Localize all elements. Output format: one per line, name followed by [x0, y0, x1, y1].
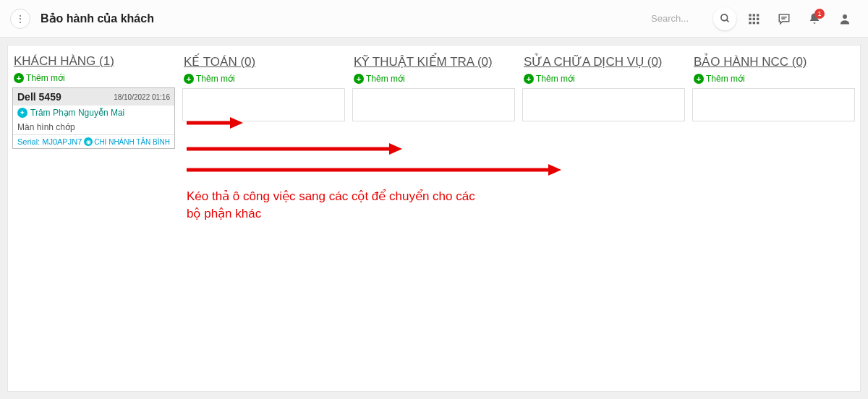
- column-title[interactable]: KỸ THUẬT KIỂM TRA (0): [352, 50, 515, 72]
- svg-rect-7: [757, 17, 759, 20]
- add-card-button[interactable]: + Thêm mới: [352, 72, 515, 88]
- svg-rect-10: [757, 22, 759, 24]
- column-title[interactable]: SỬA CHỮA DỊCH VỤ (0): [522, 50, 685, 72]
- serial-label[interactable]: Serial: MJ0APJN7: [17, 137, 82, 146]
- branch-text: CHI NHÁNH TÂN BÌNH: [94, 138, 170, 146]
- plus-icon: +: [14, 73, 24, 83]
- plus-icon: +: [524, 74, 534, 84]
- svg-rect-8: [749, 22, 751, 24]
- apps-button[interactable]: [741, 6, 767, 32]
- user-button[interactable]: [832, 6, 858, 32]
- svg-rect-2: [749, 14, 751, 16]
- notifications-button[interactable]: 1: [801, 6, 827, 32]
- annotation-text: Kéo thả ô công việc sang các cột để chuy…: [187, 188, 476, 223]
- column-dropzone[interactable]: [692, 88, 855, 121]
- column-title[interactable]: KHÁCH HÀNG (1): [12, 50, 175, 72]
- card-date: 18/10/2022 01:16: [114, 93, 170, 101]
- add-label: Thêm mới: [536, 74, 575, 84]
- menu-button[interactable]: ⋮: [10, 9, 30, 29]
- add-label: Thêm mới: [706, 74, 745, 84]
- card-description: Màn hình chớp: [13, 120, 174, 134]
- add-card-button[interactable]: + Thêm mới: [522, 72, 685, 88]
- card-header: Dell 5459 18/10/2022 01:16: [13, 88, 174, 106]
- svg-rect-5: [749, 17, 751, 20]
- add-label: Thêm mới: [366, 74, 405, 84]
- branch-label[interactable]: ◉ CHI NHÁNH TÂN BÌNH: [84, 137, 170, 146]
- column-bao-hanh-ncc: BẢO HÀNH NCC (0) + Thêm mới: [692, 50, 855, 387]
- card-footer: Serial: MJ0APJN7 ◉ CHI NHÁNH TÂN BÌNH: [13, 134, 174, 148]
- svg-rect-9: [753, 22, 755, 24]
- messages-button[interactable]: [771, 6, 797, 32]
- add-card-button[interactable]: + Thêm mới: [182, 72, 345, 88]
- column-sua-chua: SỬA CHỮA DỊCH VỤ (0) + Thêm mới: [522, 50, 685, 387]
- column-title[interactable]: KẾ TOÁN (0): [182, 50, 345, 72]
- page-title: Bảo hành của khách: [41, 12, 154, 25]
- warranty-card[interactable]: Dell 5459 18/10/2022 01:16 ✦ Trâm Phạm N…: [12, 87, 175, 149]
- message-icon: [778, 12, 791, 25]
- column-dropzone[interactable]: [522, 88, 685, 121]
- svg-rect-3: [753, 14, 755, 16]
- svg-line-1: [726, 20, 728, 22]
- plus-icon: +: [354, 74, 364, 84]
- add-label: Thêm mới: [26, 73, 65, 83]
- plus-icon: +: [694, 74, 704, 84]
- add-card-button[interactable]: + Thêm mới: [692, 72, 855, 88]
- search-icon: [720, 13, 731, 24]
- customer-name[interactable]: Trâm Phạm Nguyễn Mai: [30, 108, 124, 118]
- column-khach-hang: KHÁCH HÀNG (1) + Thêm mới Dell 5459 18/1…: [12, 50, 175, 387]
- customer-icon: ✦: [17, 108, 27, 118]
- card-title: Dell 5459: [17, 91, 61, 103]
- add-label: Thêm mới: [196, 74, 235, 84]
- column-dropzone[interactable]: [182, 88, 345, 121]
- pin-icon: ◉: [84, 137, 93, 146]
- svg-point-13: [843, 14, 847, 19]
- svg-rect-4: [757, 14, 759, 16]
- plus-icon: +: [184, 74, 194, 84]
- more-vert-icon: ⋮: [15, 13, 25, 25]
- app-header: ⋮ Bảo hành của khách 1: [0, 0, 868, 38]
- search-button[interactable]: [713, 7, 736, 30]
- column-dropzone[interactable]: [352, 88, 515, 121]
- apps-icon: [748, 13, 760, 25]
- column-title[interactable]: BẢO HÀNH NCC (0): [692, 50, 855, 72]
- notification-badge: 1: [814, 9, 825, 19]
- search-input[interactable]: [651, 13, 709, 24]
- svg-rect-6: [753, 17, 755, 20]
- svg-point-0: [720, 14, 727, 21]
- add-card-button[interactable]: + Thêm mới: [12, 72, 175, 87]
- card-customer-row: ✦ Trâm Phạm Nguyễn Mai: [13, 106, 174, 120]
- user-icon: [838, 12, 851, 25]
